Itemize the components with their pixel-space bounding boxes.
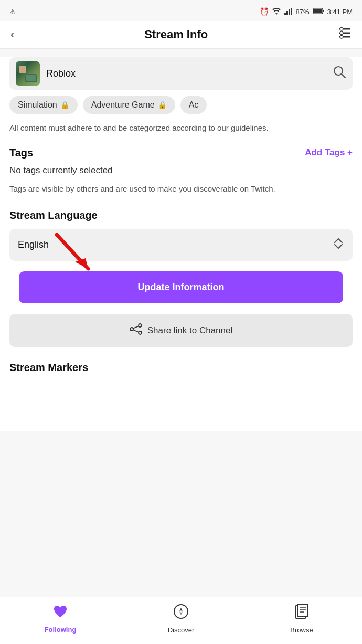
time: 3:41 PM <box>327 8 353 16</box>
chip-label: Simulation <box>18 100 57 110</box>
stream-markers-section: Stream Markers <box>0 347 362 374</box>
page-title: Stream Info <box>144 28 208 41</box>
update-information-button[interactable]: Update Information <box>19 271 343 303</box>
tags-section-header: Tags Add Tags + <box>9 147 353 159</box>
game-selector[interactable]: Roblox <box>9 57 353 90</box>
update-btn-label: Update Information <box>138 282 225 292</box>
alarm-icon: ⏰ <box>260 7 269 16</box>
chip-label: Ac <box>189 100 199 110</box>
language-value: English <box>18 239 49 250</box>
menu-button[interactable] <box>338 27 352 42</box>
tags-title: Tags <box>9 147 33 159</box>
svg-rect-26 <box>297 604 308 617</box>
browse-icon <box>294 604 309 623</box>
add-tags-button[interactable]: Add Tags + <box>305 147 353 158</box>
game-name: Roblox <box>46 68 326 79</box>
nav-item-discover[interactable]: Discover <box>121 604 241 634</box>
battery-percentage: 87% <box>296 8 310 16</box>
nav-item-following[interactable]: Following <box>0 604 121 634</box>
game-thumbnail <box>16 61 40 86</box>
svg-line-21 <box>133 330 139 332</box>
svg-point-18 <box>139 331 142 334</box>
svg-point-12 <box>340 35 343 38</box>
main-content: Roblox Simulation 🔒 Adventure Game 🔒 Ac … <box>0 57 362 431</box>
status-bar: ⚠ ⏰ 87% 3:41 PM <box>0 0 362 21</box>
share-icon <box>130 323 142 337</box>
svg-rect-1 <box>286 11 288 15</box>
tags-section: Tags Add Tags + No tags currently select… <box>0 147 362 195</box>
category-chips-row: Simulation 🔒 Adventure Game 🔒 Ac <box>9 96 353 114</box>
stream-language-section: Stream Language English <box>0 209 362 261</box>
svg-line-20 <box>133 326 139 329</box>
discover-label: Discover <box>168 626 195 634</box>
svg-line-14 <box>342 74 345 78</box>
bottom-nav: Following Discover Browse <box>0 597 362 644</box>
game-search-icon[interactable] <box>333 65 346 82</box>
svg-point-19 <box>130 328 133 331</box>
battery-icon <box>313 7 324 16</box>
stream-markers-title: Stream Markers <box>9 362 353 374</box>
guidelines-text: All content must adhere to and be catego… <box>9 122 353 134</box>
chip-label: Adventure Game <box>91 100 155 110</box>
svg-marker-24 <box>179 611 183 615</box>
lock-icon: 🔒 <box>60 101 69 109</box>
svg-point-10 <box>340 27 343 30</box>
header: ‹ Stream Info <box>0 21 362 49</box>
back-button[interactable]: ‹ <box>10 28 14 41</box>
svg-point-22 <box>174 605 188 618</box>
nav-item-browse[interactable]: Browse <box>241 604 362 634</box>
svg-rect-5 <box>313 9 322 13</box>
svg-rect-6 <box>323 10 324 12</box>
language-title: Stream Language <box>9 209 353 221</box>
svg-point-17 <box>139 324 142 327</box>
tags-description: Tags are visible by others and are used … <box>9 183 353 195</box>
svg-rect-0 <box>284 13 286 15</box>
lock-icon: 🔒 <box>158 101 167 109</box>
share-channel-button[interactable]: Share link to Channel <box>9 314 353 347</box>
heart-icon <box>52 604 68 622</box>
category-chip-simulation[interactable]: Simulation 🔒 <box>9 96 78 114</box>
svg-rect-2 <box>289 9 290 15</box>
signal-icon <box>284 7 293 16</box>
category-chip-ac[interactable]: Ac <box>180 96 207 114</box>
share-btn-label: Share link to Channel <box>147 325 233 336</box>
svg-point-11 <box>340 31 343 35</box>
svg-rect-3 <box>291 8 292 15</box>
compass-icon <box>173 604 189 623</box>
language-selector[interactable]: English <box>9 229 353 261</box>
status-right-icons: ⏰ 87% 3:41 PM <box>260 7 353 16</box>
category-chip-adventure[interactable]: Adventure Game 🔒 <box>83 96 175 114</box>
language-arrows-icon <box>333 237 344 252</box>
wifi-icon <box>272 7 281 16</box>
following-label: Following <box>45 626 77 634</box>
svg-marker-23 <box>179 608 183 611</box>
browse-label: Browse <box>290 626 313 634</box>
no-tags-message: No tags currently selected <box>9 165 353 176</box>
status-warning-icon: ⚠ <box>9 8 16 16</box>
update-btn-wrapper: Update Information <box>9 271 353 303</box>
